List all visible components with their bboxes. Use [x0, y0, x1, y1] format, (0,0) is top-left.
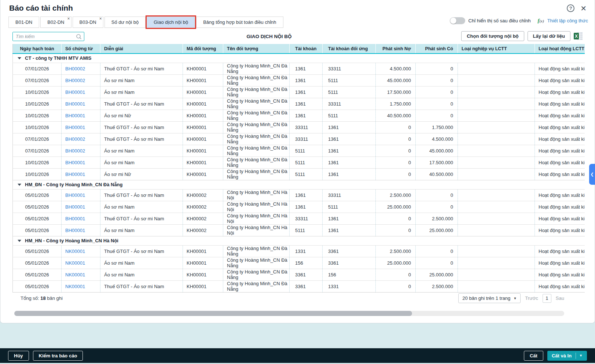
- cell: 07/01/2026: [13, 133, 62, 145]
- column-header[interactable]: Diễn giải: [100, 44, 183, 54]
- chevron-down-icon[interactable]: ▼: [579, 354, 583, 357]
- cell: Hoạt động sản xuất kin: [535, 74, 585, 86]
- cell: Áo sơ mi Nam: [100, 269, 183, 280]
- tab-b02-dn[interactable]: B02-DN×: [40, 16, 71, 28]
- collapse-caret-icon[interactable]: [18, 240, 21, 242]
- group-row[interactable]: HM_ĐN - Công ty Hoàng Minh_CN Đà Nẵng: [13, 180, 585, 189]
- document-link[interactable]: BH00002: [65, 148, 85, 154]
- cell: Áo sơ mi Nam: [100, 74, 183, 86]
- cell: 2.500.000: [416, 280, 458, 292]
- adjusted-only-toggle[interactable]: [450, 17, 465, 24]
- cell: Thuế GTGT - Áo sơ mi Nam: [100, 213, 183, 224]
- cell: 1361: [323, 168, 376, 180]
- document-link[interactable]: NK00001: [65, 284, 85, 289]
- current-page-input[interactable]: 1: [543, 294, 551, 303]
- collapse-panel-tab[interactable]: ❮: [589, 164, 595, 185]
- column-header[interactable]: Phát sinh Có: [416, 44, 458, 54]
- document-link[interactable]: BH00002: [65, 66, 85, 71]
- tab-s-d-n-i-b-[interactable]: Số dư nội bộ: [104, 16, 146, 28]
- cell: KH00001: [183, 74, 223, 86]
- table-row[interactable]: 10/01/2026BH00001Áo sơ mi NamKH00001Công…: [13, 86, 585, 98]
- check-report-button[interactable]: Kiểm tra báo cáo: [33, 351, 83, 361]
- column-header[interactable]: Loại hoạt động LCTT: [535, 44, 585, 54]
- save-button[interactable]: Cất: [524, 351, 543, 361]
- document-link[interactable]: NK00001: [65, 249, 85, 254]
- document-link[interactable]: BH00002: [65, 136, 85, 142]
- cell: 1361: [290, 98, 323, 110]
- excel-export-icon[interactable]: X: [574, 32, 583, 40]
- group-row[interactable]: CT - công ty TNHH MTV AMIS: [13, 54, 585, 63]
- table-row[interactable]: 10/01/2026BH00001Áo sơ mi NữKH00001Công …: [13, 110, 585, 121]
- select-internal-partner-button[interactable]: Chọn đối tượng nội bộ: [461, 31, 524, 41]
- document-link[interactable]: NK00001: [65, 260, 85, 266]
- horizontal-scrollbar[interactable]: [14, 311, 564, 316]
- tab-giao-d-ch-n-i-b-[interactable]: Giao dịch nội bộ: [147, 16, 195, 28]
- cell: 45.000.000: [376, 74, 416, 86]
- column-header[interactable]: Số chứng từ: [62, 44, 100, 54]
- column-header[interactable]: Mã đối tượng: [183, 44, 223, 54]
- document-link[interactable]: BH00001: [65, 101, 85, 107]
- table-row[interactable]: 07/01/2026BH00002Áo sơ mi NamKH00001Công…: [13, 74, 585, 86]
- column-header[interactable]: Tài khoản: [290, 44, 323, 54]
- horizontal-scrollbar-thumb[interactable]: [14, 311, 412, 316]
- table-row[interactable]: 10/01/2026BH00001Áo sơ mi NamKH00001Công…: [13, 157, 585, 168]
- document-link[interactable]: BH00002: [65, 78, 85, 83]
- save-and-print-button[interactable]: Cất và In ▼: [547, 351, 587, 361]
- table-row[interactable]: 10/01/2026BH00001Thuế GTGT - Áo sơ mi Na…: [13, 121, 585, 133]
- table-row[interactable]: 10/01/2026BH00001Thuế GTGT - Áo sơ mi Na…: [13, 98, 585, 110]
- table-row[interactable]: 05/01/2026BH00001Áo sơ mi NamKH00002Công…: [13, 201, 585, 213]
- close-icon[interactable]: ✕: [580, 5, 587, 12]
- document-link[interactable]: BH00001: [65, 172, 85, 177]
- table-row[interactable]: 05/01/2026BH00001Áo sơ mi NamKH00002Công…: [13, 224, 585, 236]
- document-link[interactable]: BH00001: [65, 160, 85, 165]
- column-header[interactable]: Tên đối tượng: [223, 44, 290, 54]
- tab-b03-dn[interactable]: B03-DN×: [73, 16, 103, 28]
- table-row[interactable]: 05/01/2026BH00001Thuế GTGT - Áo sơ mi Na…: [13, 213, 585, 224]
- table-row[interactable]: 07/01/2026BH00002Thuế GTGT - Áo sơ mi Na…: [13, 133, 585, 145]
- tab-b01-dn[interactable]: B01-DN: [8, 16, 39, 28]
- document-link[interactable]: BH00001: [65, 204, 85, 210]
- page-size-select[interactable]: 20 bản ghi trên 1 trang ▼: [458, 293, 521, 303]
- document-link[interactable]: BH00001: [65, 125, 85, 130]
- table-row[interactable]: 05/01/2026NK00001Áo sơ mi NamKH00001Công…: [13, 269, 585, 280]
- document-link[interactable]: BH00001: [65, 192, 85, 198]
- group-row[interactable]: HM_HN - Công ty Hoàng Minh_CN Hà Nội: [13, 236, 585, 245]
- document-link[interactable]: BH00001: [65, 89, 85, 95]
- help-icon[interactable]: ?: [567, 4, 574, 12]
- cell: 1361: [290, 110, 323, 121]
- table-row[interactable]: 07/01/2026BH00002Thuế GTGT - Áo sơ mi Na…: [13, 63, 585, 74]
- table-row[interactable]: 07/01/2026BH00002Áo sơ mi NamKH00001Công…: [13, 145, 585, 157]
- cancel-button[interactable]: Hủy: [8, 351, 29, 361]
- cell: 33311: [323, 98, 376, 110]
- column-header[interactable]: Phát sinh Nợ: [376, 44, 416, 54]
- column-header[interactable]: Ngày hạch toán: [13, 44, 62, 54]
- table-row[interactable]: 10/01/2026BH00001Áo sơ mi NữKH00001Công …: [13, 168, 585, 180]
- collapse-caret-icon[interactable]: [18, 57, 21, 59]
- tab-label: Bảng tổng hợp bút toán điều chỉnh: [203, 19, 276, 25]
- reload-data-button[interactable]: Lấy lại dữ liệu: [528, 31, 570, 41]
- cell: Thuế GTGT - Áo sơ mi Nam: [100, 189, 183, 201]
- document-link[interactable]: NK00001: [65, 272, 85, 277]
- collapse-caret-icon[interactable]: [18, 184, 21, 186]
- column-header[interactable]: Loại nghiệp vụ LCTT: [458, 44, 535, 54]
- table-row[interactable]: 05/01/2026NK00001Áo sơ mi NamKH00001Công…: [13, 257, 585, 269]
- table-row[interactable]: 05/01/2026NK00001Thuế GTGT - Áo sơ mi Na…: [13, 245, 585, 257]
- prev-page-button[interactable]: Trước: [525, 295, 538, 301]
- tab-b-ng-t-ng-h-p-b-t-to-n-i-u-ch-nh[interactable]: Bảng tổng hợp bút toán điều chỉnh: [196, 16, 283, 28]
- document-link[interactable]: BH00001: [65, 216, 85, 221]
- cell: Hoạt động sản xuất kin: [535, 245, 585, 257]
- close-tab-icon[interactable]: ×: [67, 16, 70, 21]
- cell: 156: [290, 257, 323, 269]
- cell: 2.500.000: [416, 213, 458, 224]
- table-row[interactable]: 05/01/2026BH00001Thuế GTGT - Áo sơ mi Na…: [13, 189, 585, 201]
- close-tab-icon[interactable]: ×: [99, 16, 102, 21]
- document-link[interactable]: BH00001: [65, 228, 85, 233]
- cell: Áo sơ mi Nữ: [100, 110, 183, 121]
- next-page-button[interactable]: Sau: [556, 295, 564, 301]
- cell: 0: [376, 224, 416, 236]
- column-header[interactable]: Tài khoản đối ứng: [323, 44, 376, 54]
- table-row[interactable]: 05/01/2026NK00001Thuế GTGT - Áo sơ mi Na…: [13, 280, 585, 292]
- document-link[interactable]: BH00001: [65, 113, 85, 118]
- formula-setup-link[interactable]: Thiết lập công thức: [547, 18, 588, 23]
- cell: BH00001: [62, 98, 100, 110]
